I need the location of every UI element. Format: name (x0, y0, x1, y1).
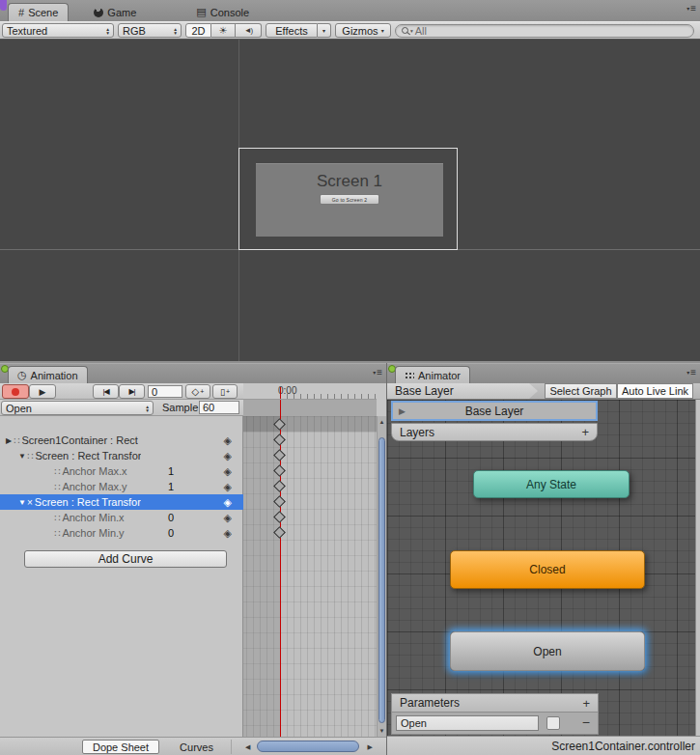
keyframe-diamond-icon[interactable]: ◈ (224, 496, 232, 509)
record-button[interactable] (2, 384, 29, 399)
add-event-button[interactable]: ▯+ (212, 384, 238, 399)
keyframe-diamond-icon[interactable]: ◈ (224, 434, 232, 447)
state-machine-graph[interactable]: ▶ Base Layer Layers + Any State Closed O… (387, 400, 700, 736)
effects-dropdown[interactable]: Effects (266, 23, 318, 38)
playhead-line[interactable] (280, 400, 281, 416)
clip-dropdown[interactable]: Open ▴▾ (1, 401, 154, 415)
timeline-ruler[interactable]: 0:00 (243, 383, 377, 400)
audio-toggle-button[interactable]: ◄) (236, 23, 262, 38)
layer-item-base-layer[interactable]: ▶ Base Layer (391, 401, 598, 421)
caret-down-icon: ▾ (686, 5, 689, 12)
pane-menu-icon[interactable]: ▾ ≡ (686, 3, 696, 14)
menu-lines-icon: ≡ (690, 3, 696, 14)
keyframe-diamond-icon[interactable]: ◈ (224, 512, 232, 524)
parameter-name-field[interactable]: Open (396, 715, 539, 731)
dope-sheet-button[interactable]: Dope Sheet (82, 740, 159, 754)
tab-console[interactable]: ▤ Console (186, 3, 259, 21)
scrollbar-thumb[interactable] (378, 437, 385, 723)
property-row[interactable]: ∷ Anchor Min.x 0 ◈ (0, 510, 243, 525)
draw-mode-dropdown[interactable]: Textured ▴▾ (2, 23, 114, 38)
tab-animator-label: Animator (418, 370, 461, 381)
property-row[interactable]: ∷ Anchor Max.x 1 ◈ (0, 463, 243, 479)
add-keyframe-button[interactable]: ◇+ (185, 384, 210, 399)
tab-scene[interactable]: # Scene (8, 3, 69, 21)
render-channel-dropdown[interactable]: RGB ▴▾ (118, 23, 182, 38)
add-layer-icon[interactable]: + (581, 425, 589, 439)
add-parameter-icon[interactable]: + (582, 696, 590, 711)
auto-live-link-button[interactable]: Auto Live Link (617, 383, 693, 399)
menu-lines-icon: ≡ (377, 367, 382, 378)
remove-parameter-icon[interactable]: − (582, 714, 590, 730)
pane-menu-icon[interactable]: ▾ ≡ (373, 367, 382, 378)
parameters-header[interactable]: Parameters + (391, 693, 599, 713)
rect-transform-icon: × (27, 497, 33, 508)
add-curve-button[interactable]: Add Curve (24, 550, 227, 568)
play-button[interactable]: ▶ (29, 384, 56, 399)
gizmos-dropdown[interactable]: Gizmos ▾ (335, 23, 391, 38)
tab-animation[interactable]: ◷ Animation (8, 366, 88, 383)
sample-rate-value: 60 (203, 402, 214, 413)
frame-number-field[interactable]: 0 (148, 385, 182, 398)
tab-animator[interactable]: Animator (395, 366, 470, 383)
cursor-artifact (0, 0, 7, 11)
screen1-panel[interactable]: Screen 1 Go to Screen 2 (256, 163, 443, 237)
scrollbar-thumb[interactable] (257, 741, 359, 752)
graph-vertical-scrollbar[interactable] (695, 400, 700, 736)
vertical-scrollbar[interactable]: ▲ ▼ (377, 416, 386, 737)
foldout-icon[interactable]: ▶ (4, 436, 14, 445)
select-graph-button[interactable]: Select Graph (545, 383, 617, 399)
curves-button[interactable]: Curves (162, 740, 232, 754)
console-icon: ▤ (196, 6, 206, 18)
keyframe-icon: ◇ (192, 386, 200, 397)
record-icon (12, 388, 19, 396)
go-to-last-frame-button[interactable]: ▶| (119, 384, 145, 399)
horizontal-scrollbar[interactable]: ◀ ▶ (243, 740, 377, 754)
scroll-up-icon[interactable]: ▲ (378, 419, 386, 425)
layers-bar[interactable]: Layers + (391, 423, 598, 441)
keyframe-diamond-icon[interactable]: ◈ (224, 450, 232, 462)
rect-transform-icon: ∷ (54, 513, 60, 523)
state-any-state[interactable]: Any State (473, 470, 630, 498)
pane-menu-icon[interactable]: ▾ ≡ (686, 367, 696, 378)
scroll-right-icon[interactable]: ▶ (368, 743, 373, 751)
tab-animation-label: Animation (31, 370, 78, 381)
property-row[interactable]: ∷ Anchor Max.y 1 ◈ (0, 479, 243, 494)
scene-viewport[interactable]: Screen 1 Go to Screen 2 (0, 40, 700, 361)
animation-toolbar: ▶ |◀ ▶| 0 ◇+ ▯+ (0, 383, 243, 400)
sample-rate-field[interactable]: 60 (199, 401, 239, 414)
property-row[interactable]: ▶ ∷ Screen1Container : Rect ◈ (0, 433, 243, 448)
scroll-down-icon[interactable]: ▼ (378, 728, 386, 734)
property-label: Anchor Min.y (62, 527, 124, 539)
menu-lines-icon: ≡ (690, 367, 696, 378)
state-open[interactable]: Open (450, 631, 645, 671)
playhead-line[interactable] (280, 387, 281, 400)
go-to-screen2-button[interactable]: Go to Screen 2 (320, 194, 379, 205)
2d-toggle-button[interactable]: 2D (185, 23, 211, 38)
dopesheet-timeline[interactable] (243, 416, 377, 737)
clip-name-label: Open (6, 403, 32, 414)
effects-arrow-button[interactable]: ▾ (318, 23, 331, 38)
keyframe-diamond-icon[interactable]: ◈ (224, 465, 232, 478)
go-to-first-frame-button[interactable]: |◀ (93, 384, 119, 399)
scroll-left-icon[interactable]: ◀ (245, 743, 250, 751)
property-label: Screen : Rect Transfor (35, 496, 141, 508)
property-row-selected[interactable]: ▼ × Screen : Rect Transfor ◈ (0, 494, 243, 510)
keyframe-diamond-icon[interactable]: ◈ (224, 527, 232, 540)
scene-search-input[interactable]: ▾ All (395, 24, 694, 38)
parameters-label: Parameters (400, 696, 460, 710)
lighting-toggle-button[interactable]: ☀ (211, 23, 236, 38)
property-row[interactable]: ∷ Anchor Min.y 0 ◈ (0, 525, 243, 541)
state-closed[interactable]: Closed (450, 550, 645, 589)
breadcrumb-base-layer[interactable]: Base Layer (387, 383, 538, 399)
play-icon: ▶ (40, 387, 46, 397)
foldout-icon[interactable]: ▼ (17, 452, 27, 461)
parameter-checkbox[interactable] (546, 716, 560, 730)
parameter-name-value: Open (401, 717, 427, 729)
gizmos-label: Gizmos (342, 25, 378, 37)
foldout-icon[interactable]: ▼ (17, 498, 27, 507)
keyframe-diamond-icon[interactable]: ◈ (224, 481, 232, 493)
animation-clip-bar: Open ▴▾ Sample 60 (0, 400, 243, 416)
property-row[interactable]: ▼ ∷ Screen : Rect Transfor ◈ (0, 448, 243, 463)
tab-game[interactable]: Game (84, 3, 146, 21)
controller-path-label: Screen1Container.controller (551, 740, 695, 753)
